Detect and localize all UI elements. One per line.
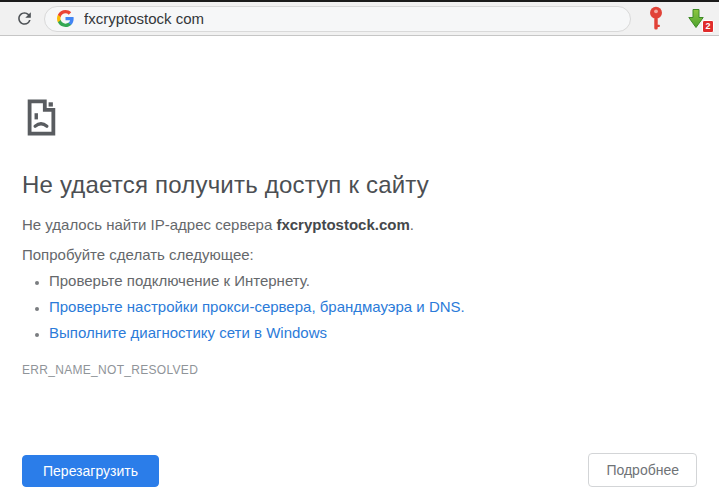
error-title: Не удается получить доступ к сайту [22, 171, 697, 199]
reload-page-button[interactable]: Перезагрузить [22, 455, 159, 487]
suggestion-link-proxy-dns[interactable]: Проверьте настройки прокси-сервера, бран… [49, 298, 697, 315]
suggestion-link-network-diagnostics[interactable]: Выполните диагностику сети в Windows [49, 324, 697, 341]
reload-button[interactable] [12, 7, 36, 31]
address-bar[interactable]: fxcryptostock com [44, 6, 631, 32]
error-message-prefix: Не удалось найти IP-адрес сервера [22, 216, 276, 233]
error-message-suffix: . [410, 216, 414, 233]
key-icon [646, 5, 666, 32]
error-page: Не удается получить доступ к сайту Не уд… [0, 94, 719, 487]
browser-toolbar: fxcryptostock com [0, 2, 719, 36]
reload-icon [15, 9, 34, 28]
button-row: Перезагрузить Подробнее [22, 453, 697, 487]
google-logo-icon [57, 10, 74, 27]
browser-window: fxcryptostock com [0, 0, 719, 504]
sad-file-icon [22, 94, 697, 145]
suggestions-list: Проверьте подключение к Интернету. Прове… [22, 272, 697, 341]
suggestion-check-connection: Проверьте подключение к Интернету. [49, 272, 697, 289]
address-bar-text: fxcryptostock com [84, 10, 204, 27]
extension-badge: 2 [702, 20, 714, 33]
password-extension-button[interactable] [645, 5, 667, 32]
error-message: Не удалось найти IP-адрес сервера fxcryp… [22, 216, 697, 233]
details-button[interactable]: Подробнее [588, 453, 697, 487]
download-extension-button[interactable]: 2 [683, 5, 709, 32]
error-code: ERR_NAME_NOT_RESOLVED [22, 363, 697, 377]
suggestions-heading: Попробуйте сделать следующее: [22, 246, 697, 263]
error-domain: fxcryptostock.com [276, 216, 409, 233]
